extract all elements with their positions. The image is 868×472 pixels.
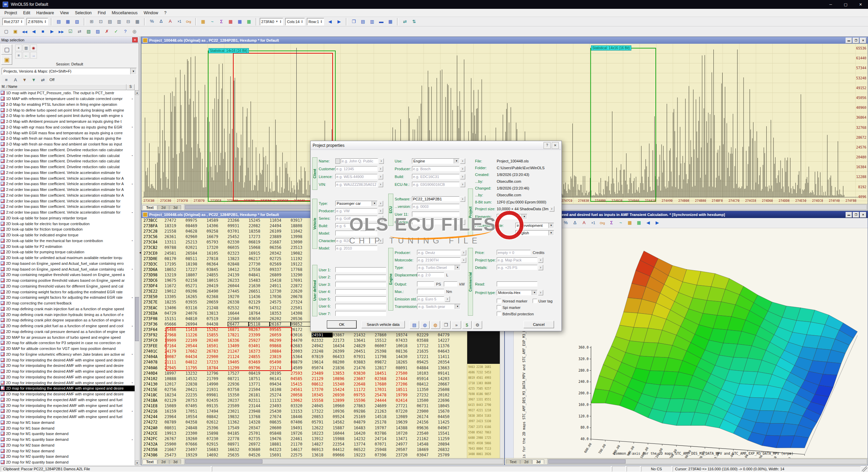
vehicle-model-input[interactable]: [335, 231, 377, 236]
hex-cell[interactable]: 27860: [375, 333, 396, 337]
hex-cell[interactable]: 17680: [375, 382, 396, 387]
hex-cell[interactable]: 20354: [438, 360, 459, 365]
hex-cell[interactable]: 19329: [185, 453, 206, 457]
hex-cell[interactable]: 18446: [291, 414, 312, 419]
map-list-item[interactable]: 2:nd order low-pass filter coefficient. …: [0, 187, 135, 193]
hex-cell[interactable]: 19122: [291, 262, 312, 267]
hex-cell[interactable]: 13641: [354, 338, 375, 343]
hex-cell[interactable]: 15245: [249, 218, 270, 223]
window-maximize-icon[interactable]: ❐: [853, 38, 859, 43]
new-map-icon[interactable]: ▢: [1, 44, 12, 55]
hex-cell[interactable]: 23964: [164, 414, 185, 419]
hex-cell[interactable]: 16434: [333, 343, 354, 348]
hex-cell[interactable]: 08511: [185, 256, 206, 261]
hex-cell[interactable]: 17712: [417, 343, 438, 348]
hex-cell[interactable]: 22354: [333, 442, 354, 447]
hex-cell[interactable]: 13406: [164, 306, 185, 310]
hex-cell[interactable]: 14990: [206, 382, 228, 387]
hex-cell[interactable]: 03588: [417, 338, 438, 343]
hex-cell[interactable]: 03867: [333, 333, 354, 337]
hex-cell[interactable]: 16373: [249, 349, 270, 354]
hex-cell[interactable]: 14562: [333, 420, 354, 425]
hex-cell[interactable]: 16871: [228, 327, 249, 332]
hex-cell[interactable]: 13311: [164, 240, 185, 244]
hex-cell[interactable]: 17662: [185, 349, 206, 354]
hex-cell[interactable]: 03917: [291, 218, 312, 223]
hex-cell[interactable]: 25486: [164, 327, 185, 332]
hex-cell[interactable]: 26651: [249, 289, 270, 294]
search-icon[interactable]: ◎: [130, 27, 139, 35]
hex-cell[interactable]: 18511: [396, 387, 417, 392]
hex-cell[interactable]: 21931: [206, 387, 228, 392]
hex-cell[interactable]: 12817: [375, 366, 396, 370]
hex-cell[interactable]: 11259: [438, 436, 459, 441]
map-list-item[interactable]: 2:nd order low-pass filter coefficient. …: [0, 158, 135, 164]
hex-cell[interactable]: 03047: [417, 453, 438, 457]
hex-cell[interactable]: 20240: [206, 338, 228, 343]
folder-maps-icon[interactable]: ▧: [84, 27, 93, 35]
hex-cell[interactable]: 02158: [185, 278, 206, 283]
hex-cell[interactable]: 24714: [375, 436, 396, 441]
hex-cell[interactable]: 24045: [312, 404, 333, 408]
hex-cell[interactable]: 14617: [291, 447, 312, 452]
map-list-item[interactable]: 2D map for M1 quantity base demand▪: [0, 437, 135, 442]
hex-cell[interactable]: 21635: [417, 349, 438, 354]
read-field[interactable]: [497, 281, 537, 287]
hex-cell[interactable]: 24829: [354, 343, 375, 348]
sync-scroll-icon[interactable]: ⇅: [410, 18, 419, 26]
hex-cell[interactable]: 20347: [249, 426, 270, 430]
hex-cell[interactable]: 20342: [270, 251, 291, 256]
hex-cell[interactable]: 23399: [249, 333, 270, 337]
tab-3d[interactable]: 3d: [532, 459, 544, 464]
software-input[interactable]: [412, 196, 459, 201]
menu-hardware[interactable]: Hardware: [33, 9, 57, 17]
hex-cell[interactable]: 20451: [354, 349, 375, 354]
details-input[interactable]: [497, 265, 537, 270]
hex-cell[interactable]: 25452: [228, 234, 249, 239]
maps-icon[interactable]: ▦: [625, 219, 634, 227]
hex-cell[interactable]: 15415: [291, 382, 312, 387]
hex-cell[interactable]: 07220: [396, 409, 417, 414]
hex-cell[interactable]: 18751: [249, 376, 270, 381]
hex-cell[interactable]: 22648: [354, 382, 375, 387]
hex-cell[interactable]: 24139: [228, 273, 249, 277]
name-column-header[interactable]: M. / Name: [0, 84, 126, 90]
map-list-item[interactable]: 2D map for interpolating the desired AMF…: [0, 369, 135, 374]
minimize-button[interactable]: ─: [823, 0, 838, 9]
menu-view[interactable]: View: [57, 9, 72, 17]
zoom-spinner[interactable]: Z:8765%▲▼: [26, 18, 48, 25]
hex-cell[interactable]: 11192: [291, 256, 312, 261]
hex-cell[interactable]: 19476: [270, 436, 291, 441]
hex-cell[interactable]: 09872: [375, 360, 396, 365]
map-panel-close-icon[interactable]: ✕: [132, 37, 138, 42]
ecu-nr-input[interactable]: [412, 182, 459, 187]
hex-cell[interactable]: 02332: [312, 338, 333, 343]
window-close-icon[interactable]: ✕: [860, 212, 866, 218]
hex-cell[interactable]: 27445: [228, 289, 249, 294]
hex-cell[interactable]: 15089: [164, 404, 185, 408]
hex-cell[interactable]: 13768: [249, 414, 270, 419]
hex-cell[interactable]: 13062: [291, 398, 312, 403]
hex-cell[interactable]: 11034: [270, 218, 291, 223]
hex-cell[interactable]: 17233: [206, 360, 228, 365]
name-input[interactable]: [341, 158, 378, 163]
settings-icon[interactable]: ⚙: [473, 321, 482, 329]
hex-cell[interactable]: 26490: [206, 289, 228, 294]
map-list-item[interactable]: 2-D Map with egr mass flow and coolant f…: [0, 124, 135, 130]
factor-icon[interactable]: ×1: [589, 219, 598, 227]
hex-cell[interactable]: 25635: [228, 453, 249, 457]
hex-cell[interactable]: 09755: [354, 393, 375, 397]
map-list-item[interactable]: 2D map for interpolating the desired AMF…: [0, 363, 135, 369]
map-list-item[interactable]: 2:nd order low-pass filter coefficient. …: [0, 210, 135, 215]
hex-cell[interactable]: 21630: [249, 283, 270, 288]
hex-cell[interactable]: 26044: [228, 283, 249, 288]
hex-cell[interactable]: 03701: [228, 229, 249, 234]
hex-cell[interactable]: 27721: [396, 404, 417, 408]
hex-cell[interactable]: 16915: [249, 251, 270, 256]
map-list-item[interactable]: 2D map containing weight factors for adj…: [0, 295, 135, 300]
tab-3d[interactable]: 3d: [170, 205, 181, 210]
hex-cell[interactable]: 24609: [375, 404, 396, 408]
vin-browse-button[interactable]: ›: [378, 182, 383, 187]
hex-cell[interactable]: 18764: [249, 311, 270, 316]
web-search-icon[interactable]: ◍: [420, 321, 430, 329]
